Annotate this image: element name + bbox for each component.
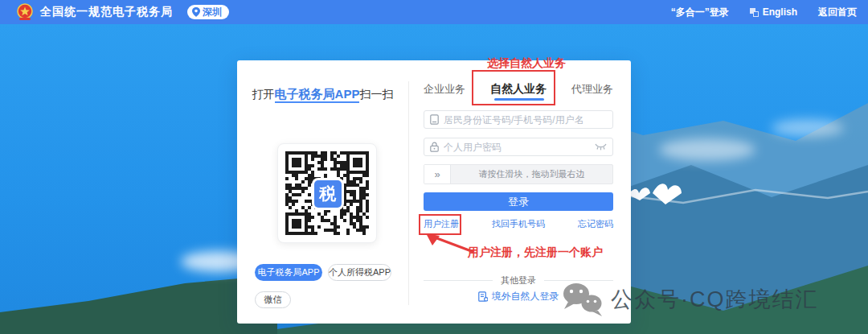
active-tab-underline: [494, 98, 544, 101]
tab-natural-person[interactable]: 自然人业务: [490, 82, 547, 97]
overseas-login-link[interactable]: 境外自然人登录: [424, 290, 613, 303]
login-button[interactable]: 登录: [424, 192, 613, 211]
location-selector[interactable]: 深圳: [187, 5, 229, 19]
chevron-double-right-icon: »: [434, 168, 440, 180]
username-field-wrap: [424, 110, 613, 129]
annotation-register-note: 用户注册，先注册一个账户: [468, 245, 603, 260]
english-label: English: [763, 6, 797, 18]
multi-login-link[interactable]: “多合一”登录: [671, 6, 729, 19]
business-tabs: 企业业务 自然人业务 代理业务: [424, 82, 613, 97]
return-home-link[interactable]: 返回首页: [818, 6, 857, 19]
username-input[interactable]: [444, 114, 607, 126]
location-pin-icon: [192, 7, 200, 17]
english-link[interactable]: English: [750, 6, 797, 18]
divider-line: [424, 280, 493, 281]
annotation-select-tab: 选择自然人业务: [487, 56, 566, 71]
scan-prefix: 打开: [252, 88, 275, 101]
helper-links: 用户注册 找回手机号码 忘记密码: [424, 218, 613, 230]
app-title: 全国统一规范电子税务局: [40, 5, 173, 19]
location-label: 深圳: [203, 6, 222, 19]
retrieve-phone-link[interactable]: 找回手机号码: [492, 218, 545, 230]
etax-app-tab[interactable]: 电子税务局APP: [255, 264, 322, 281]
captcha-slider-track[interactable]: » 请按住滑块，拖动到最右边: [424, 164, 613, 184]
tab-enterprise[interactable]: 企业业务: [424, 82, 465, 97]
other-login-divider: 其他登录: [424, 274, 613, 287]
passport-doc-icon: [478, 291, 488, 302]
slider-hint-text: 请按住滑块，拖动到最右边: [451, 168, 612, 180]
eye-slash-icon[interactable]: [595, 143, 607, 151]
other-login-label: 其他登录: [501, 274, 536, 287]
wechat-tab[interactable]: 微信: [255, 291, 291, 308]
tax-emblem-logo: [16, 3, 34, 21]
overseas-login-label: 境外自然人登录: [492, 290, 559, 303]
tab-agent[interactable]: 代理业务: [571, 82, 613, 97]
password-field-wrap: [424, 138, 613, 156]
divider-line: [544, 280, 613, 281]
register-link[interactable]: 用户注册: [424, 218, 459, 230]
login-form: 企业业务 自然人业务 代理业务: [424, 60, 613, 324]
topbar-links: “多合一”登录 English 返回首页: [671, 6, 857, 19]
login-card: 打开电子税务局APP扫一扫 税 电子税务局APP 个人所得税APP 微信 企业业…: [237, 60, 631, 324]
id-card-icon: [430, 114, 439, 125]
translate-icon: [750, 8, 759, 17]
scan-suffix: 扫一扫: [359, 88, 393, 101]
password-input[interactable]: [444, 142, 590, 153]
top-navigation-bar: 全国统一规范电子税务局 深圳 “多合一”登录 English 返回首页: [0, 0, 868, 24]
iit-app-tab[interactable]: 个人所得税APP: [328, 264, 391, 281]
card-divider: [408, 81, 409, 305]
qr-code: 税: [277, 143, 377, 243]
scan-instruction: 打开电子税务局APP扫一扫: [237, 87, 408, 102]
captcha-slider-handle[interactable]: »: [424, 165, 451, 183]
etax-app-link[interactable]: 电子税务局APP: [275, 87, 360, 103]
forgot-password-link[interactable]: 忘记密码: [578, 218, 613, 230]
lock-icon: [430, 142, 439, 152]
qr-center-logo: 税: [314, 180, 342, 208]
